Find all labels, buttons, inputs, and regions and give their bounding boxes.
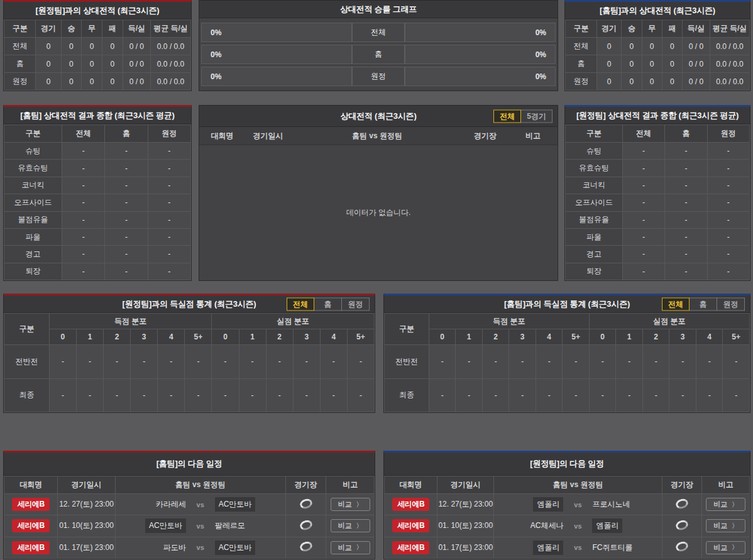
stadium-icon[interactable] <box>674 519 690 531</box>
league-cell: 세리에B <box>4 537 58 558</box>
cell: - <box>429 378 456 412</box>
graph-row-label: 원정 <box>352 67 405 86</box>
cell: - <box>707 246 749 263</box>
cell: - <box>105 143 148 160</box>
cell: - <box>665 246 707 263</box>
table-row: 전체 0 0 0 0 0 / 0 0.0 / 0.0 <box>4 38 191 55</box>
row-label: 최종 <box>385 378 429 412</box>
col-header: 3 <box>293 329 320 345</box>
col-header: 홈팀 vs 원정팀 <box>291 131 463 141</box>
col-header: 경기일시 <box>437 476 494 494</box>
chevron-right-icon: 〉 <box>732 543 738 552</box>
cell: - <box>563 378 590 412</box>
panel-title-text: [원정팀]과의 득실점 통계 (최근3시즌) <box>123 299 256 310</box>
cell: 0 <box>82 55 102 73</box>
group-header-row: 구분 득점 분포 실점 분포 <box>385 314 750 329</box>
empty-message: 데이터가 없습니다. <box>346 207 411 218</box>
tab-away[interactable]: 원정 <box>717 297 745 310</box>
col-header: 1 <box>616 329 643 345</box>
table-row: 파울--- <box>4 228 191 245</box>
home-team: AC체세나 <box>494 520 563 531</box>
home-bar-track: 0% <box>201 67 352 86</box>
compare-button[interactable]: 비교〉 <box>331 498 370 511</box>
col-header: 경기 <box>596 20 622 38</box>
stadium-icon[interactable] <box>299 519 314 531</box>
panel-title-text: [홈팀] 상대전적 결과 종합 (최근3시즌 평균) <box>20 110 174 121</box>
col-header: 원정 <box>707 125 749 143</box>
tab-5games[interactable]: 5경기 <box>521 109 552 123</box>
panel-title: 상대전적 (최근3시즌) 전체 5경기 <box>199 106 558 127</box>
away-team: 프로시노네 <box>592 499 661 510</box>
away-team: AC만토바 <box>215 497 285 512</box>
cell: - <box>622 263 664 280</box>
compare-button[interactable]: 비교〉 <box>706 498 745 511</box>
col-header: 5+ <box>347 329 374 345</box>
cell: - <box>616 378 643 412</box>
col-header: 평균 득/실 <box>151 20 191 38</box>
table-row: 경고--- <box>566 246 750 263</box>
cell: - <box>642 345 669 379</box>
tab-away[interactable]: 원정 <box>342 297 370 310</box>
h2h-away-table: 구분 경기 승 무 패 득/실 평균 득/실 전체 0 0 0 0 0 / 0 … <box>4 19 191 91</box>
cell: - <box>239 345 266 379</box>
row-label: 최종 <box>4 378 50 412</box>
tab-all[interactable]: 전체 <box>287 297 314 310</box>
compare-button[interactable]: 비교〉 <box>706 519 745 532</box>
cell: - <box>62 211 105 228</box>
cell: 0 <box>596 73 622 91</box>
away-percent: 0% <box>536 72 546 81</box>
cell: - <box>429 345 456 379</box>
row-label: 퇴장 <box>4 263 62 280</box>
panel-title-text: [원정팀]의 다음 일정 <box>530 458 603 469</box>
cell: - <box>76 378 103 412</box>
compare-button[interactable]: 비교〉 <box>331 541 370 554</box>
panel-summary-away: [원정팀] 상대전적 결과 종합 (최근3시즌 평균) 구분 전체 홈 원정 슈… <box>564 105 750 281</box>
panel-h2h-vs-away: [원정팀]과의 상대전적 (최근3시즌) 구분 경기 승 무 패 득/실 평균 … <box>3 0 192 91</box>
cell: 0 <box>36 55 61 73</box>
vs-label: vs <box>186 522 215 530</box>
table-row: 경고--- <box>4 246 191 263</box>
sub-header-row: 012345+ 012345+ <box>385 329 750 345</box>
tab-home[interactable]: 홈 <box>314 297 342 310</box>
col-header: 경기일시 <box>58 476 115 494</box>
cell: - <box>105 177 148 194</box>
col-header: 0 <box>429 329 456 345</box>
vs-label: vs <box>563 544 592 551</box>
schedule-row: 세리에B 12. 27(토) 23:00 엠폴리vs프로시노네 비교〉 <box>385 494 750 515</box>
cell: - <box>642 378 669 412</box>
stadium-cell <box>285 494 326 515</box>
graph-row-label: 전체 <box>352 23 405 42</box>
cell: - <box>320 345 347 379</box>
vs-label: vs <box>563 501 592 508</box>
table-row: 볼점유율--- <box>566 211 750 228</box>
cell: - <box>148 194 190 211</box>
stadium-icon[interactable] <box>674 541 690 553</box>
compare-button[interactable]: 비교〉 <box>331 519 370 532</box>
row-label: 유효슈팅 <box>566 160 623 177</box>
col-header: 경기 <box>36 20 61 38</box>
match-datetime: 01. 10(토) 23:00 <box>58 515 115 537</box>
table-row: 홈 0 0 0 0 0 / 0 0.0 / 0.0 <box>566 55 750 73</box>
row-label: 전반전 <box>4 345 50 379</box>
compare-button[interactable]: 비교〉 <box>706 541 745 554</box>
cell: - <box>456 378 483 412</box>
col-header: 무 <box>642 20 662 38</box>
cell: 0.0 / 0.0 <box>710 55 749 73</box>
cell: - <box>482 378 509 412</box>
cell: 0 <box>662 38 682 55</box>
stadium-icon[interactable] <box>299 541 314 553</box>
tab-all[interactable]: 전체 <box>493 109 521 123</box>
cell: - <box>62 246 105 263</box>
cell: - <box>347 378 374 412</box>
cell: 0 <box>642 55 662 73</box>
cell: 0 <box>102 38 123 55</box>
cell: - <box>622 194 664 211</box>
league-badge: 세리에B <box>12 498 49 511</box>
col-header: 1 <box>239 329 266 345</box>
col-header: 패 <box>102 20 123 38</box>
stadium-icon[interactable] <box>674 497 690 510</box>
tab-all[interactable]: 전체 <box>662 297 690 310</box>
cell: - <box>62 160 105 177</box>
tab-home[interactable]: 홈 <box>690 297 717 310</box>
stadium-icon[interactable] <box>299 497 314 510</box>
